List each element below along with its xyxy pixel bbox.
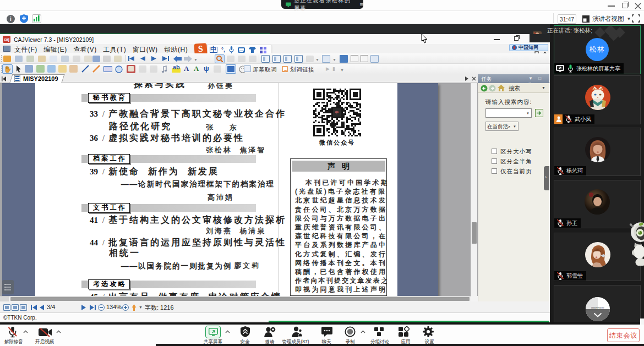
svg-text:中: 中 [335,111,339,114]
